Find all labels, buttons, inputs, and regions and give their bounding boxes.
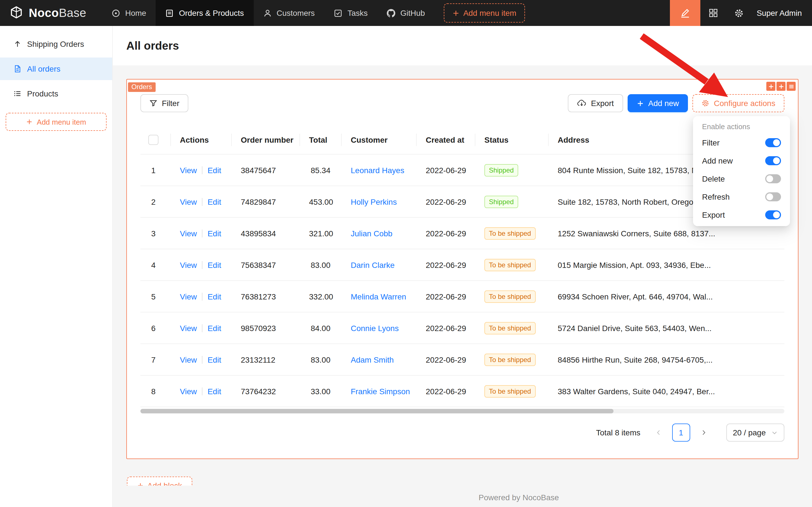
row-index: 6	[151, 324, 156, 332]
next-page-button[interactable]	[694, 424, 712, 442]
toggle-switch[interactable]	[765, 156, 781, 165]
edit-link[interactable]: Edit	[208, 387, 221, 396]
edit-link[interactable]: Edit	[208, 166, 221, 175]
edit-link[interactable]: Edit	[208, 229, 221, 238]
switch-knob	[773, 139, 780, 146]
prev-page-button[interactable]	[649, 424, 668, 442]
edit-link[interactable]: Edit	[208, 324, 221, 332]
dropdown-item-add-new[interactable]: Add new	[695, 152, 788, 170]
configure-actions-button[interactable]: Configure actions	[692, 94, 785, 112]
nav-item-label: Home	[125, 8, 146, 17]
export-button[interactable]: Export	[568, 94, 623, 112]
view-link[interactable]: View	[180, 292, 197, 301]
customer-link[interactable]: Frankie Simpson	[351, 387, 410, 396]
dropdown-item-refresh[interactable]: Refresh	[695, 188, 788, 206]
page-number-button[interactable]: 1	[672, 424, 690, 442]
status-badge: To be shipped	[484, 259, 535, 271]
nav-item-label: Tasks	[347, 8, 368, 17]
sidebar-item-all-orders[interactable]: All orders	[0, 58, 112, 80]
sidebar-item-products[interactable]: Products	[0, 82, 112, 105]
view-link[interactable]: View	[180, 355, 197, 364]
nav-item-orders-products[interactable]: Orders & Products	[156, 0, 253, 26]
block-settings-icon[interactable]	[787, 82, 796, 91]
settings-center-button[interactable]	[726, 0, 752, 26]
sidebar-item-shipping-orders[interactable]: Shipping Orders	[0, 33, 112, 55]
plus-icon	[26, 118, 33, 125]
block-designer-toolbar	[766, 82, 796, 91]
sidebar-item-label: Products	[27, 89, 58, 98]
row-index: 8	[151, 387, 156, 396]
customers-icon	[263, 9, 272, 17]
ui-editor-button[interactable]	[670, 0, 700, 26]
total-cell: 83.00	[300, 344, 342, 375]
action-divider	[202, 387, 202, 395]
table-row: 8ViewEdit7376423233.00Frankie Simpson202…	[140, 375, 785, 407]
view-link[interactable]: View	[180, 387, 197, 396]
toggle-switch[interactable]	[765, 174, 781, 183]
add-column-icon[interactable]	[766, 82, 775, 91]
row-index: 1	[151, 166, 156, 175]
total-cell: 321.00	[300, 217, 342, 249]
user-menu[interactable]: Super Admin	[752, 8, 812, 17]
view-link[interactable]: View	[180, 166, 197, 175]
order-number-cell: 74829847	[232, 186, 300, 217]
total-cell: 332.00	[300, 281, 342, 312]
table-row: 5ViewEdit76381273332.00Melinda Warren202…	[140, 281, 785, 312]
nav-item-github[interactable]: GitHub	[377, 0, 434, 26]
main-area: All orders Orders Filter	[113, 26, 812, 507]
sidebar-item-label: Shipping Orders	[27, 40, 84, 49]
row-index: 7	[151, 355, 156, 364]
add-block-button[interactable]: Add block	[127, 476, 192, 486]
add-block-icon[interactable]	[776, 82, 786, 91]
nav-item-customers[interactable]: Customers	[253, 0, 324, 26]
page-size-select[interactable]: 20 / page	[726, 424, 785, 442]
status-badge: To be shipped	[484, 322, 535, 334]
scrollbar-thumb[interactable]	[140, 409, 614, 413]
view-link[interactable]: View	[180, 260, 197, 269]
created-at-cell: 2022-06-29	[417, 344, 475, 375]
view-link[interactable]: View	[180, 229, 197, 238]
github-icon	[387, 9, 395, 17]
sidebar-add-menu-item-button[interactable]: Add menu item	[6, 113, 107, 131]
dropdown-item-export[interactable]: Export	[695, 206, 788, 224]
toggle-switch[interactable]	[765, 138, 781, 147]
customer-link[interactable]: Julian Cobb	[351, 229, 393, 238]
select-all-checkbox[interactable]	[148, 135, 159, 145]
status-badge: To be shipped	[484, 227, 535, 239]
sidebar: Shipping OrdersAll ordersProducts Add me…	[0, 26, 113, 507]
customer-link[interactable]: Holly Perkins	[351, 197, 397, 206]
created-at-cell: 2022-06-29	[417, 154, 475, 186]
toggle-switch[interactable]	[765, 192, 781, 201]
nav-item-home[interactable]: Home	[102, 0, 156, 26]
edit-link[interactable]: Edit	[208, 292, 221, 301]
customer-link[interactable]: Adam Smith	[351, 355, 394, 364]
order-number-cell: 43895834	[232, 217, 300, 249]
col-customer: Customer	[342, 126, 417, 154]
view-link[interactable]: View	[180, 197, 197, 206]
customer-link[interactable]: Connie Lyons	[351, 324, 399, 332]
customer-link[interactable]: Melinda Warren	[351, 292, 406, 301]
table-row: 7ViewEdit2313211283.00Adam Smith2022-06-…	[140, 344, 785, 375]
plugin-manager-button[interactable]	[700, 0, 726, 26]
address-cell: 84856 Hirthe Run, Suite 268, 94754-6705,…	[549, 344, 785, 375]
nocobase-logo[interactable]: NocoBase	[0, 6, 94, 20]
edit-link[interactable]: Edit	[208, 197, 221, 206]
edit-link[interactable]: Edit	[208, 355, 221, 364]
navbar-add-menu-item-button[interactable]: Add menu item	[444, 3, 525, 22]
dropdown-item-filter[interactable]: Filter	[695, 134, 788, 152]
address-cell: 5724 Daniel Drive, Suite 563, 54403, Wen…	[549, 312, 785, 344]
toggle-switch[interactable]	[765, 210, 781, 219]
filter-button[interactable]: Filter	[140, 94, 188, 112]
customer-link[interactable]: Leonard Hayes	[351, 166, 404, 175]
edit-link[interactable]: Edit	[208, 260, 221, 269]
address-cell: 69934 Schoen River, Apt. 646, 49704, Wal…	[549, 281, 785, 312]
customer-link[interactable]: Darin Clarke	[351, 260, 395, 269]
view-link[interactable]: View	[180, 324, 197, 332]
top-navbar: NocoBase HomeOrders & ProductsCustomersT…	[0, 0, 812, 26]
status-badge: To be shipped	[484, 290, 535, 302]
action-divider	[202, 355, 202, 363]
powered-by-footer: Powered by NocoBase	[226, 493, 812, 502]
add-new-button[interactable]: Add new	[627, 94, 688, 112]
dropdown-item-delete[interactable]: Delete	[695, 170, 788, 188]
nav-item-tasks[interactable]: Tasks	[324, 0, 377, 26]
